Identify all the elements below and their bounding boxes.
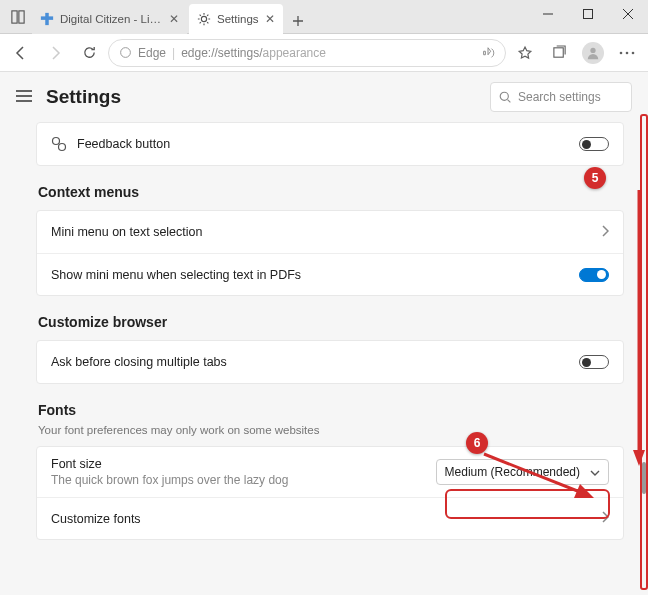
- card-feedback: Feedback button: [36, 122, 624, 166]
- toggle-mini-pdf[interactable]: [579, 268, 609, 282]
- close-tab-icon[interactable]: ✕: [169, 12, 179, 26]
- font-size-dropdown[interactable]: Medium (Recommended): [436, 459, 609, 485]
- section-customize-browser: Customize browser: [38, 314, 624, 330]
- svg-point-11: [626, 51, 629, 54]
- scrollbar-thumb[interactable]: [642, 462, 646, 494]
- addr-app: Edge: [138, 46, 166, 60]
- more-button[interactable]: [612, 38, 642, 68]
- svg-point-9: [590, 47, 595, 52]
- svg-point-7: [121, 48, 131, 58]
- window-titlebar: Digital Citizen - Life in a digital w ✕ …: [0, 0, 648, 34]
- settings-menu-button[interactable]: [16, 88, 32, 106]
- font-preview-text: The quick brown fox jumps over the lazy …: [51, 473, 436, 487]
- tab-digital-citizen[interactable]: Digital Citizen - Life in a digital w ✕: [32, 4, 187, 34]
- row-mini-menu-pdf[interactable]: Show mini menu when selecting text in PD…: [37, 253, 623, 295]
- row-label: Mini menu on text selection: [51, 225, 601, 239]
- svg-point-13: [500, 92, 508, 100]
- dropdown-value: Medium (Recommended): [445, 465, 580, 479]
- search-placeholder: Search settings: [518, 90, 601, 104]
- tab-actions-icon[interactable]: [4, 0, 32, 34]
- addr-url: edge://settings/appearance: [181, 46, 326, 60]
- row-feedback-button[interactable]: Feedback button: [37, 123, 623, 165]
- chevron-right-icon: [601, 225, 609, 240]
- tab-title: Digital Citizen - Life in a digital w: [60, 13, 163, 25]
- favorites-button[interactable]: [510, 38, 540, 68]
- row-ask-close-tabs[interactable]: Ask before closing multiple tabs: [37, 341, 623, 383]
- maximize-button[interactable]: [568, 0, 608, 28]
- row-label: Show mini menu when selecting text in PD…: [51, 268, 579, 282]
- row-label: Feedback button: [77, 137, 579, 151]
- row-label: Ask before closing multiple tabs: [51, 355, 579, 369]
- minimize-button[interactable]: [528, 0, 568, 28]
- svg-rect-1: [19, 11, 24, 23]
- settings-header: Settings Search settings: [0, 72, 648, 122]
- settings-content: Feedback button Context menus Mini menu …: [0, 122, 648, 554]
- refresh-button[interactable]: [74, 38, 104, 68]
- chevron-right-icon: [601, 511, 609, 526]
- svg-point-4: [201, 16, 206, 21]
- window-controls: [528, 0, 648, 28]
- tab-title: Settings: [217, 13, 259, 25]
- tab-settings[interactable]: Settings ✕: [189, 4, 283, 34]
- row-customize-fonts[interactable]: Customize fonts: [37, 497, 623, 539]
- collections-button[interactable]: [544, 38, 574, 68]
- close-window-button[interactable]: [608, 0, 648, 28]
- toggle-feedback[interactable]: [579, 137, 609, 151]
- svg-line-14: [508, 99, 511, 102]
- close-tab-icon[interactable]: ✕: [265, 12, 275, 26]
- gear-favicon-icon: [197, 12, 211, 26]
- search-settings-input[interactable]: Search settings: [490, 82, 632, 112]
- addr-separator: |: [172, 46, 175, 60]
- chevron-down-icon: [590, 467, 600, 478]
- page-title: Settings: [46, 86, 476, 108]
- section-fonts: Fonts: [38, 402, 624, 418]
- card-fonts: Font size The quick brown fox jumps over…: [36, 446, 624, 540]
- tab-strip: Digital Citizen - Life in a digital w ✕ …: [0, 0, 528, 34]
- profile-button[interactable]: [578, 38, 608, 68]
- svg-rect-8: [553, 48, 562, 57]
- card-customize-browser: Ask before closing multiple tabs: [36, 340, 624, 384]
- row-label: Customize fonts: [51, 512, 601, 526]
- annotation-callout-5: 5: [584, 167, 606, 189]
- section-context-menus: Context menus: [38, 184, 624, 200]
- browser-toolbar: Edge | edge://settings/appearance: [0, 34, 648, 72]
- row-font-size[interactable]: Font size The quick brown fox jumps over…: [37, 447, 623, 497]
- svg-point-10: [620, 51, 623, 54]
- card-context-menus: Mini menu on text selection Show mini me…: [36, 210, 624, 296]
- edge-icon: [119, 46, 132, 59]
- svg-rect-6: [584, 10, 593, 19]
- svg-point-16: [59, 144, 66, 151]
- feedback-icon: [51, 136, 67, 152]
- row-mini-menu[interactable]: Mini menu on text selection: [37, 211, 623, 253]
- svg-rect-0: [12, 11, 17, 23]
- row-label: Font size: [51, 457, 436, 471]
- svg-rect-3: [41, 16, 53, 20]
- svg-point-15: [53, 138, 60, 145]
- forward-button[interactable]: [40, 38, 70, 68]
- back-button[interactable]: [6, 38, 36, 68]
- search-icon: [499, 91, 512, 104]
- svg-point-12: [632, 51, 635, 54]
- new-tab-button[interactable]: [285, 8, 311, 34]
- fonts-description: Your font preferences may only work on s…: [38, 424, 624, 436]
- readaloud-icon[interactable]: [481, 46, 495, 60]
- annotation-callout-6: 6: [466, 432, 488, 454]
- toggle-ask-close[interactable]: [579, 355, 609, 369]
- cross-favicon-icon: [40, 12, 54, 26]
- address-bar[interactable]: Edge | edge://settings/appearance: [108, 39, 506, 67]
